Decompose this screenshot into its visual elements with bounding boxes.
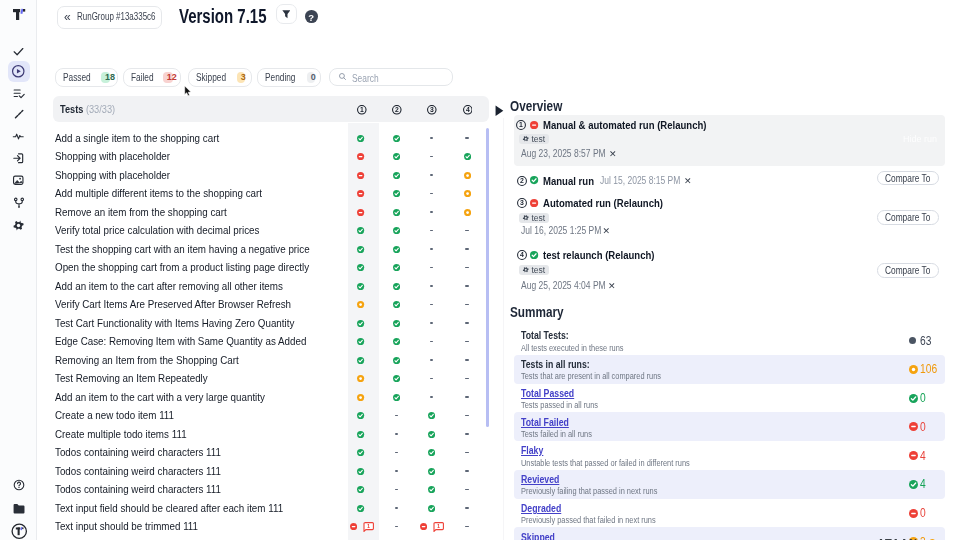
svg-text:2: 2 xyxy=(395,106,399,113)
svg-text:1: 1 xyxy=(437,523,440,529)
svg-text:3: 3 xyxy=(430,106,434,113)
svg-text:1: 1 xyxy=(360,106,364,113)
svg-text:1: 1 xyxy=(519,121,523,128)
svg-text:2: 2 xyxy=(520,177,524,184)
svg-text:4: 4 xyxy=(520,251,524,258)
svg-text:1: 1 xyxy=(367,523,370,529)
svg-text:4: 4 xyxy=(466,106,470,113)
svg-text:3: 3 xyxy=(520,199,524,206)
